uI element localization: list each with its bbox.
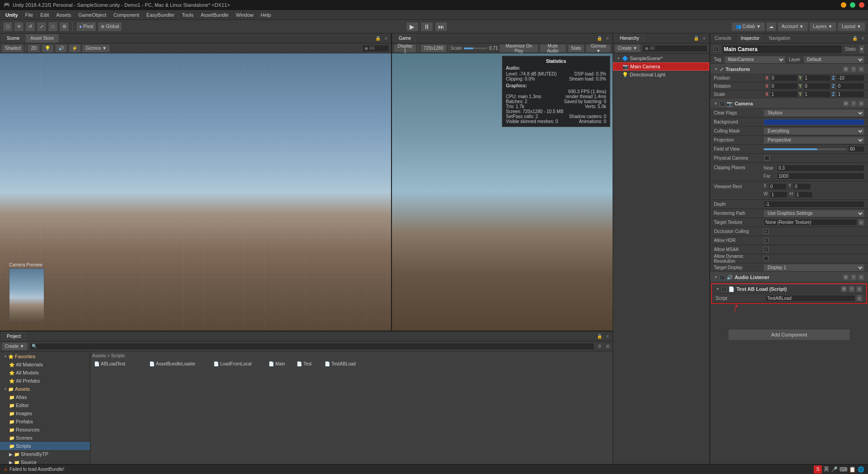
script-assetbundleloader[interactable]: 📄AssetBundleLoader bbox=[147, 360, 211, 367]
menu-tools[interactable]: Tools bbox=[178, 11, 197, 19]
game-viewport[interactable]: Statistics Audio: Level: -74.8 dB (MUTED… bbox=[392, 53, 613, 331]
vp-x-input[interactable] bbox=[769, 183, 787, 190]
script-pick-btn[interactable]: ⊙ bbox=[856, 295, 863, 302]
target-texture-pick[interactable]: ⊙ bbox=[858, 219, 864, 226]
rect-tool[interactable]: □ bbox=[48, 22, 58, 32]
allow-dynamic-checkbox[interactable] bbox=[764, 256, 769, 261]
test-ab-context[interactable]: ⚙ bbox=[841, 286, 847, 292]
script-test[interactable]: 📄Test bbox=[295, 360, 322, 367]
scene-audio-btn[interactable]: 🔊 bbox=[55, 44, 67, 52]
hierarchy-search-input[interactable] bbox=[642, 45, 708, 52]
move-tool[interactable]: ✛ bbox=[14, 22, 24, 32]
taskbar-icon-6[interactable]: 🌐 bbox=[858, 466, 864, 473]
menu-help[interactable]: Help bbox=[257, 11, 275, 19]
step-button[interactable]: ⏭ bbox=[435, 22, 448, 32]
project-search-input[interactable] bbox=[29, 343, 594, 350]
rendering-path-dropdown[interactable]: Use Graphics Settings bbox=[764, 210, 864, 217]
transform-tool[interactable]: ⚙ bbox=[59, 22, 69, 32]
tab-console[interactable]: Console bbox=[710, 34, 736, 43]
taskbar-icon-1[interactable]: S bbox=[814, 465, 822, 474]
target-texture-input[interactable] bbox=[764, 219, 857, 226]
menu-assets[interactable]: Assets bbox=[52, 11, 75, 19]
menu-file[interactable]: File bbox=[22, 11, 37, 19]
pause-button[interactable]: ⏸ bbox=[420, 22, 433, 32]
test-ab-help[interactable]: ? bbox=[849, 286, 855, 292]
pivot-btn[interactable]: ● Pivot bbox=[76, 22, 96, 32]
camera-active-checkbox[interactable] bbox=[720, 101, 725, 106]
fov-input[interactable] bbox=[848, 146, 864, 152]
projection-dropdown[interactable]: Perspective bbox=[764, 137, 864, 144]
scale-x[interactable] bbox=[770, 91, 798, 98]
audio-listener-active[interactable] bbox=[720, 275, 725, 280]
allow-msaa-checkbox[interactable] bbox=[764, 247, 769, 252]
vp-y-input[interactable] bbox=[793, 183, 811, 190]
clear-flags-dropdown[interactable]: Skybox bbox=[764, 109, 864, 117]
game-panel-lock[interactable]: 🔒 bbox=[596, 35, 603, 42]
audio-listener-more[interactable]: ≡ bbox=[858, 274, 864, 280]
transform-help-btn[interactable]: ? bbox=[850, 66, 857, 72]
vp-w-input[interactable] bbox=[769, 191, 788, 198]
audio-listener-help[interactable]: ? bbox=[850, 274, 857, 280]
tab-inspector[interactable]: Inspector bbox=[736, 34, 764, 43]
play-button[interactable]: ▶ bbox=[406, 22, 419, 32]
taskbar-icon-2[interactable]: 英 bbox=[824, 465, 829, 473]
assets-sheetsbytip[interactable]: ▶📁SheetsByTP bbox=[0, 450, 90, 458]
layout-button[interactable]: Layout ▼ bbox=[838, 22, 865, 31]
depth-input[interactable] bbox=[764, 201, 864, 208]
stats-btn[interactable]: Stats bbox=[568, 44, 585, 52]
rotation-y[interactable] bbox=[803, 83, 831, 90]
object-active-checkbox[interactable] bbox=[714, 47, 719, 52]
static-dropdown[interactable]: ▼ bbox=[859, 45, 864, 53]
menu-gameobject[interactable]: GameObject bbox=[75, 11, 110, 19]
scale-z[interactable] bbox=[836, 91, 864, 98]
menu-assetbundle[interactable]: AssetBundle bbox=[197, 11, 232, 19]
taskbar-icon-3[interactable]: 🎤 bbox=[831, 466, 838, 473]
camera-more-btn[interactable]: ≡ bbox=[858, 100, 864, 107]
tab-project[interactable]: Project bbox=[2, 332, 26, 341]
physical-camera-checkbox[interactable] bbox=[764, 156, 769, 161]
scene-root[interactable]: ▼ 🔷 SampleScene* bbox=[613, 54, 709, 62]
rotation-x[interactable] bbox=[770, 83, 798, 90]
scene-lighting-btn[interactable]: 💡 bbox=[42, 44, 53, 52]
camera-header[interactable]: ▼ 📷 Camera ⚙ ? ≡ bbox=[710, 99, 868, 109]
transform-more-btn[interactable]: ≡ bbox=[858, 66, 864, 72]
display-dropdown[interactable]: Display 1 bbox=[394, 44, 416, 52]
far-input[interactable] bbox=[777, 173, 864, 180]
script-value-input[interactable]: TestABLoad bbox=[765, 295, 855, 302]
hierarchy-panel-menu[interactable]: ≡ bbox=[701, 35, 708, 42]
scene-viewport[interactable]: Camera Preview bbox=[0, 53, 391, 331]
fov-slider[interactable] bbox=[764, 148, 846, 150]
scene-gizmos-btn[interactable]: Gizmos ▼ bbox=[82, 44, 110, 52]
tab-game[interactable]: Game bbox=[394, 34, 416, 43]
taskbar-icon-4[interactable]: ⌨ bbox=[840, 466, 847, 473]
tab-asset-store[interactable]: Asset Store bbox=[25, 34, 59, 43]
audio-listener-context[interactable]: ⚙ bbox=[843, 274, 849, 280]
resolution-dropdown[interactable]: 720x1280 bbox=[420, 44, 447, 52]
project-create-btn[interactable]: Create ▼ bbox=[2, 342, 28, 351]
object-name-input[interactable] bbox=[722, 45, 842, 54]
vp-h-input[interactable] bbox=[795, 191, 813, 198]
assets-source[interactable]: ▶📁Source bbox=[0, 458, 90, 464]
assets-altas[interactable]: 📁Altas bbox=[0, 393, 90, 401]
test-ab-load-header[interactable]: ▼ 📄 Test AB Load (Script) ⚙ ? ≡ bbox=[712, 284, 866, 294]
test-ab-active[interactable] bbox=[722, 287, 726, 292]
taskbar-icon-5[interactable]: 📋 bbox=[849, 466, 856, 473]
camera-help-btn[interactable]: ? bbox=[850, 100, 857, 107]
scene-panel-lock[interactable]: 🔒 bbox=[375, 35, 381, 42]
2d-button[interactable]: 2D bbox=[28, 44, 40, 52]
global-btn[interactable]: ⊕ Global bbox=[98, 22, 122, 32]
transform-context-btn[interactable]: ⚙ bbox=[843, 66, 849, 72]
mute-audio-btn[interactable]: Mute Audio bbox=[540, 44, 566, 52]
assets-editor[interactable]: 📁Editor bbox=[0, 401, 90, 409]
layer-dropdown[interactable]: Default bbox=[804, 56, 864, 63]
project-panel-menu[interactable]: ≡ bbox=[604, 333, 611, 340]
scale-y[interactable] bbox=[803, 91, 831, 98]
fav-all-materials[interactable]: ⭐All Materials bbox=[0, 360, 90, 369]
assets-header[interactable]: ▼ 📁 Assets bbox=[0, 385, 90, 393]
menu-window[interactable]: Window bbox=[232, 11, 257, 19]
collab-button[interactable]: 👥 Collab ▼ bbox=[731, 22, 765, 31]
close-btn[interactable] bbox=[859, 2, 864, 8]
project-layout-btn[interactable]: ⊞ bbox=[604, 343, 611, 350]
game-gizmos-btn[interactable]: Gizmos ▼ bbox=[586, 44, 611, 52]
fav-all-prefabs[interactable]: ⭐All Prefabs bbox=[0, 377, 90, 385]
